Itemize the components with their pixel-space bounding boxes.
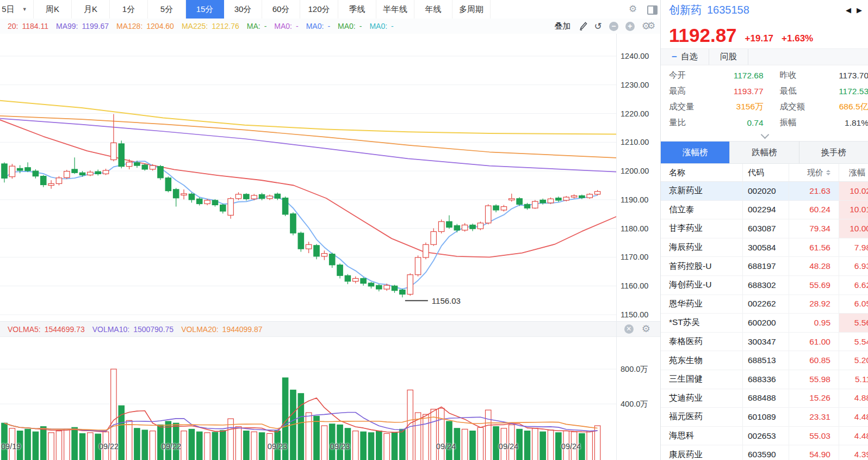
stock-price: 79.34 xyxy=(789,219,839,238)
period-tab-年线[interactable]: 年线 xyxy=(414,0,452,19)
table-row[interactable]: 甘李药业60308779.3410.00 xyxy=(661,219,868,238)
header-change[interactable]: 涨幅 xyxy=(839,164,868,181)
table-row[interactable]: 康辰药业60359054.904.39 xyxy=(661,445,868,460)
panel-layout-icon[interactable] xyxy=(647,5,658,15)
undo-icon[interactable]: ↺ xyxy=(594,22,602,31)
stock-app: { "toolbar": { "items": [ {"label":"5日",… xyxy=(0,0,868,460)
volume-gear-icon[interactable]: ⚙ xyxy=(642,324,650,334)
table-row[interactable]: *ST苏吴6002000.955.56 xyxy=(661,314,868,333)
stock-code: 002262 xyxy=(742,295,789,314)
table-row[interactable]: 京新药业00202021.6310.02 xyxy=(661,182,868,201)
ask-stock-button[interactable]: 问股 xyxy=(709,49,748,65)
ma-value: MA0:- xyxy=(306,22,330,30)
stat-label: 成交额 xyxy=(764,101,813,113)
stock-code: 688302 xyxy=(742,276,789,295)
table-row[interactable]: 恩华药业00226228.926.05 xyxy=(661,295,868,314)
quote-panel: 创新药 1635158 ◀ ▶ 1192.87 +19.17 +1.63% − … xyxy=(660,0,868,460)
stock-change: 6.05 xyxy=(839,295,868,314)
stock-price: 60.85 xyxy=(789,351,839,370)
price-axis-label: 1210.00 xyxy=(621,137,660,148)
table-row[interactable]: 海辰药业30058461.567.98 xyxy=(661,238,868,257)
draw-brush-icon[interactable] xyxy=(578,22,587,31)
stock-name: 艾迪药业 xyxy=(661,389,742,408)
stock-price: 55.98 xyxy=(789,370,839,389)
volume-axis-label: 400.0万 xyxy=(621,398,660,409)
stat-value: 1173.70 xyxy=(813,71,868,81)
stock-code: 688336 xyxy=(742,370,789,389)
period-tab-30分[interactable]: 30分 xyxy=(224,0,262,19)
table-row[interactable]: 海创药业-U68830255.696.62 xyxy=(661,276,868,295)
chart-settings-gear-icon[interactable]: ⚙ xyxy=(629,4,637,14)
period-tab-5日[interactable]: 5日▼ xyxy=(0,0,34,19)
rank-table-header: 名称代码现价涨幅 xyxy=(661,164,868,182)
price-axis-label: 1230.00 xyxy=(621,79,660,90)
stat-row: 最高1193.77最低1172.53 xyxy=(661,83,868,99)
period-tab-季线[interactable]: 季线 xyxy=(338,0,376,19)
stock-code: 002294 xyxy=(742,201,789,219)
ma-value: VOLMA20:1944099.87 xyxy=(181,325,262,334)
period-tab-周K[interactable]: 周K xyxy=(34,0,72,19)
ma-value: MA0:- xyxy=(274,22,298,30)
ma-value: MA:- xyxy=(247,22,267,30)
stock-code: 600200 xyxy=(742,314,789,332)
stock-name: 甘李药业 xyxy=(661,219,742,238)
period-tab-月K[interactable]: 月K xyxy=(72,0,110,19)
ma-value: MA0:- xyxy=(369,22,393,30)
period-tab-120分[interactable]: 120分 xyxy=(300,0,338,19)
period-tab-1分[interactable]: 1分 xyxy=(110,0,148,19)
zoom-in-icon[interactable]: + xyxy=(625,22,635,31)
header-price[interactable]: 现价 xyxy=(789,164,839,181)
stat-label: 量比 xyxy=(661,117,706,128)
table-row[interactable]: 泰格医药30034761.005.54 xyxy=(661,333,868,352)
dropdown-caret-icon: ▼ xyxy=(22,7,27,12)
price-axis-label: 1220.00 xyxy=(621,108,660,119)
stat-label: 振幅 xyxy=(764,117,813,128)
next-instrument-arrow-icon[interactable]: ▶ xyxy=(857,6,862,14)
watchlist-bar: − 自选 问股 xyxy=(661,48,868,65)
stat-label: 最低 xyxy=(764,85,813,97)
chevron-down-icon xyxy=(760,130,769,139)
table-row[interactable]: 福元医药60108923.314.48 xyxy=(661,408,868,427)
ma-value: 20:1184.11 xyxy=(8,22,48,30)
stock-price: 28.92 xyxy=(789,295,839,314)
period-tab-5分[interactable]: 5分 xyxy=(148,0,186,19)
expand-stats-row[interactable] xyxy=(661,131,868,141)
table-row[interactable]: 三生国健68833655.985.11 xyxy=(661,370,868,389)
date-axis-label: 09/19 xyxy=(1,442,21,451)
sort-icon[interactable] xyxy=(826,170,830,175)
header-code[interactable]: 代码 xyxy=(742,164,789,181)
date-axis-label: 09/23 xyxy=(330,442,350,451)
period-tab-60分[interactable]: 60分 xyxy=(262,0,300,19)
period-tab-15分[interactable]: 15分 xyxy=(186,0,224,19)
rank-tab-跌幅榜[interactable]: 跌幅榜 xyxy=(730,142,799,163)
zoom-out-icon[interactable]: − xyxy=(609,22,618,31)
axis-separator xyxy=(616,34,617,460)
period-tab-半年线[interactable]: 半年线 xyxy=(376,0,414,19)
rank-tab-涨幅榜[interactable]: 涨幅榜 xyxy=(661,142,730,163)
ma-value: MA128:1204.60 xyxy=(116,22,174,30)
rank-tabs: 涨幅榜跌幅榜换手榜 xyxy=(661,141,868,164)
table-row[interactable]: 苑东生物68851360.855.20 xyxy=(661,351,868,370)
table-row[interactable]: 首药控股-U68819748.286.93 xyxy=(661,257,868,276)
overlay-button[interactable]: 叠加 xyxy=(555,21,571,32)
rank-tab-换手榜[interactable]: 换手榜 xyxy=(799,142,868,163)
panel-gear-icon[interactable]: ⚙ xyxy=(647,21,655,30)
stock-change: 5.20 xyxy=(839,351,868,370)
ma-value: MA225:1212.76 xyxy=(182,22,239,30)
stock-code: 601089 xyxy=(742,408,789,426)
volume-chart-svg[interactable] xyxy=(0,336,660,460)
close-volume-pane-icon[interactable]: ✕ xyxy=(624,324,634,334)
stock-name: 康辰药业 xyxy=(661,445,742,460)
remove-watchlist-button[interactable]: − 自选 xyxy=(661,49,709,65)
table-row[interactable]: 艾迪药业68848815.264.88 xyxy=(661,389,868,408)
period-tab-多周期[interactable]: 多周期 xyxy=(452,0,491,19)
price-axis-label: 1200.00 xyxy=(621,165,660,176)
prev-instrument-arrow-icon[interactable]: ◀ xyxy=(846,6,851,14)
price-change: +19.17 xyxy=(745,34,773,45)
price-chart-svg[interactable]: 1156.03 xyxy=(0,34,660,321)
stat-value: 1193.77 xyxy=(706,87,764,96)
stock-name: 首药控股-U xyxy=(661,257,742,275)
header-name[interactable]: 名称 xyxy=(661,164,742,181)
table-row[interactable]: 信立泰00229460.2410.01 xyxy=(661,201,868,220)
table-row[interactable]: 海思科00265355.034.48 xyxy=(661,427,868,446)
